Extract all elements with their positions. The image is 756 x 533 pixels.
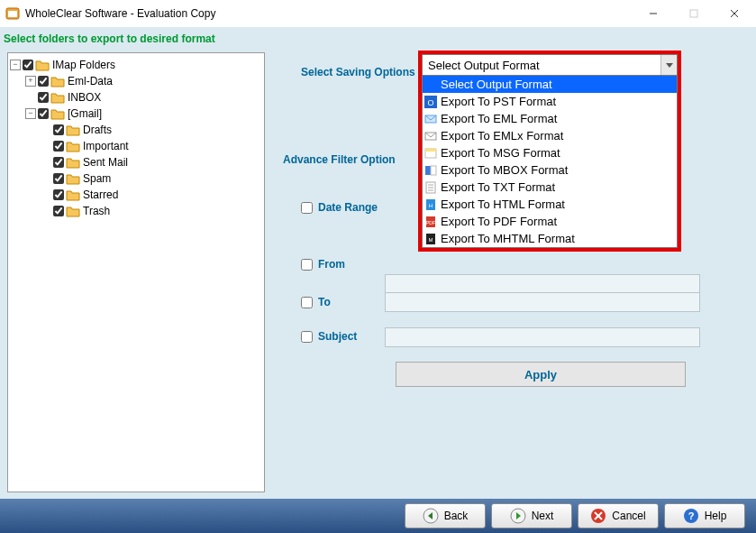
- apply-button[interactable]: Apply: [396, 362, 686, 387]
- cancel-label: Cancel: [612, 510, 645, 522]
- combo-option[interactable]: Export To TXT Format: [423, 179, 677, 196]
- folder-icon: [66, 173, 80, 185]
- combo-option[interactable]: HExport To HTML Format: [423, 196, 677, 213]
- tree-checkbox[interactable]: [38, 92, 49, 103]
- combo-option[interactable]: OExport To PST Format: [423, 93, 677, 110]
- subject-input[interactable]: [385, 327, 700, 347]
- next-icon: [510, 508, 526, 524]
- svg-rect-3: [690, 10, 697, 17]
- next-button[interactable]: Next: [491, 503, 572, 528]
- close-button[interactable]: [714, 0, 754, 27]
- to-checkbox[interactable]: [301, 297, 313, 308]
- cancel-button[interactable]: Cancel: [578, 503, 659, 528]
- folder-icon: [66, 157, 80, 169]
- combo-option[interactable]: MExport To MHTML Format: [423, 230, 677, 247]
- tree-root[interactable]: − IMap Folders: [10, 57, 262, 73]
- tree-checkbox[interactable]: [38, 76, 49, 87]
- tree-item[interactable]: INBOX: [25, 89, 262, 106]
- combo-option[interactable]: Export To MSG Format: [423, 144, 677, 161]
- tree-label: Trash: [83, 205, 110, 217]
- tree-checkbox[interactable]: [23, 60, 33, 70]
- combo-option[interactable]: Export To EMLx Format: [423, 127, 677, 144]
- tree-item[interactable]: Drafts: [41, 122, 262, 138]
- txt-icon: [424, 181, 437, 194]
- tree-label: IMap Folders: [52, 59, 115, 71]
- svg-text:O: O: [427, 98, 433, 107]
- output-format-dropdown[interactable]: Select Output Format OExport To PST Form…: [422, 76, 678, 248]
- from-label: From: [318, 258, 345, 271]
- content-area: Select folders to export to desired form…: [0, 27, 756, 533]
- combo-option[interactable]: Export To MBOX Format: [423, 161, 677, 179]
- subject-checkbox[interactable]: [301, 331, 313, 343]
- mbox-icon: [424, 164, 437, 177]
- combo-option[interactable]: Export To EML Format: [423, 110, 677, 127]
- tree-item[interactable]: Important: [41, 138, 262, 154]
- folder-tree[interactable]: − IMap Folders + Eml-Data INBOX: [7, 52, 265, 492]
- folder-icon: [66, 141, 80, 152]
- svg-text:?: ?: [688, 510, 694, 521]
- tree-checkbox[interactable]: [53, 124, 64, 135]
- tree-label: Important: [83, 140, 129, 152]
- folder-icon: [35, 60, 50, 71]
- tree-item[interactable]: Sent Mail: [41, 154, 262, 170]
- from-checkbox[interactable]: [301, 259, 313, 271]
- tree-checkbox[interactable]: [53, 206, 64, 216]
- to-row: To: [301, 296, 331, 308]
- tree-item[interactable]: − [Gmail]: [25, 106, 262, 122]
- pdf-icon: PDF: [424, 216, 437, 228]
- tree-checkbox[interactable]: [53, 189, 64, 200]
- mhtml-icon: M: [424, 233, 437, 245]
- folder-icon: [66, 206, 80, 217]
- emlx-icon: [424, 130, 437, 142]
- combo-option-label: Export To EMLx Format: [441, 129, 563, 142]
- svg-text:M: M: [429, 237, 433, 243]
- date-range-checkbox[interactable]: [301, 202, 313, 214]
- tree-item[interactable]: Starred: [41, 187, 262, 203]
- help-button[interactable]: ? Help: [664, 503, 745, 528]
- options-pane: Select Saving Options Advance Filter Opt…: [274, 52, 749, 492]
- svg-text:PDF: PDF: [426, 220, 435, 225]
- combo-selected-text: Select Output Format: [428, 59, 660, 72]
- help-icon: ?: [683, 508, 699, 524]
- tree-item[interactable]: Spam: [41, 170, 262, 187]
- expander-icon[interactable]: −: [10, 60, 21, 70]
- date-range-row: Date Range: [301, 201, 378, 214]
- output-format-highlighted: Select Output Format Select Output Forma…: [418, 51, 681, 252]
- html-icon: H: [424, 198, 437, 211]
- svg-rect-12: [425, 166, 431, 175]
- footer-bar: Back Next Cancel ? Help: [0, 499, 756, 533]
- folder-icon: [66, 189, 80, 201]
- tree-checkbox[interactable]: [53, 141, 64, 152]
- subject-label: Subject: [318, 330, 357, 343]
- back-label: Back: [444, 510, 469, 522]
- maximize-button[interactable]: [673, 0, 714, 27]
- help-label: Help: [705, 510, 727, 522]
- tree-checkbox[interactable]: [53, 173, 64, 184]
- to-input[interactable]: [385, 292, 700, 312]
- app-icon: [5, 6, 20, 21]
- combo-option[interactable]: PDFExport To PDF Format: [423, 213, 677, 230]
- back-button[interactable]: Back: [405, 503, 486, 528]
- minimize-button[interactable]: [633, 0, 673, 27]
- combo-option[interactable]: Select Output Format: [423, 76, 677, 93]
- saving-options-label: Select Saving Options: [301, 66, 415, 78]
- combo-option-label: Export To TXT Format: [441, 180, 555, 194]
- combo-option-label: Export To EML Format: [441, 112, 557, 125]
- advance-filter-label: Advance Filter Option: [283, 153, 396, 166]
- from-input[interactable]: [385, 274, 700, 294]
- tree-item[interactable]: Trash: [41, 203, 262, 219]
- output-format-combobox[interactable]: Select Output Format: [422, 54, 678, 76]
- tree-checkbox[interactable]: [53, 157, 64, 168]
- svg-rect-13: [431, 166, 436, 175]
- tree-label: Sent Mail: [83, 156, 128, 169]
- combo-option-label: Export To MBOX Format: [441, 163, 568, 177]
- tree-item[interactable]: + Eml-Data: [25, 73, 262, 89]
- date-range-label: Date Range: [318, 201, 378, 214]
- expander-icon[interactable]: −: [25, 108, 36, 119]
- tree-label: Eml-Data: [68, 75, 113, 87]
- to-label: To: [318, 296, 331, 308]
- expander-icon[interactable]: +: [25, 76, 36, 87]
- folder-icon: [50, 108, 65, 120]
- tree-checkbox[interactable]: [38, 108, 49, 119]
- chevron-down-icon[interactable]: [660, 55, 677, 75]
